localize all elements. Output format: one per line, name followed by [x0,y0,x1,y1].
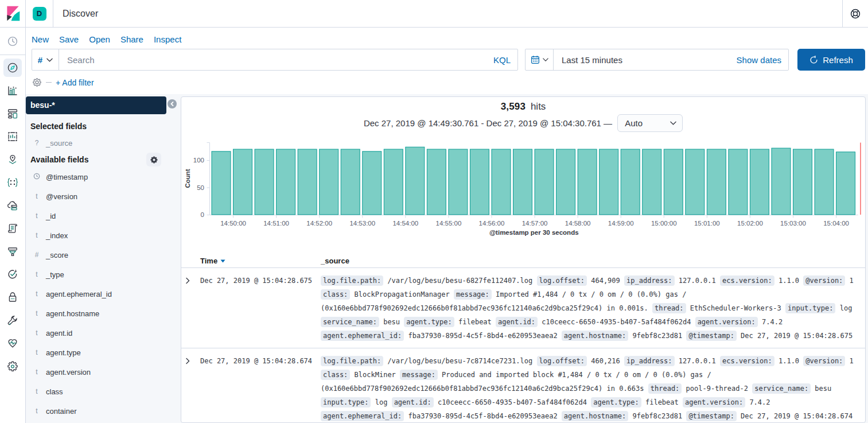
field-agent.id[interactable]: tagent.id [26,323,169,343]
filter-options-gear-icon[interactable] [33,78,41,87]
histogram-bar[interactable]: 14:57:30: 120 [556,149,575,215]
nav-siem[interactable] [3,288,22,306]
expand-row-button[interactable] [184,274,200,343]
histogram-bar[interactable]: 15:03:30: 120 [815,149,834,215]
histogram-bar[interactable]: 15:02:30: 122 [772,148,791,215]
collapse-sidebar-button[interactable] [168,99,177,108]
x-tick-label: 14:57:00 [522,220,548,227]
column-header-time[interactable]: Time [200,254,321,267]
nav-canvas[interactable] [3,127,22,146]
nav-metrics[interactable] [3,196,22,215]
histogram-bar[interactable]: 14:51:30: 120 [298,149,317,215]
field-agent.type[interactable]: tagent.type [26,343,169,362]
menu-link-share[interactable]: Share [120,34,143,45]
show-dates-button[interactable]: Show dates [730,49,788,70]
document-row: Dec 27, 2019 @ 15:04:28.674log.file.path… [181,348,865,423]
histogram-bar[interactable]: 14:55:00: 120 [449,149,468,215]
field-_index[interactable]: t_index [26,226,169,245]
histogram-bar[interactable]: 14:56:00: 120 [492,149,511,215]
index-pattern-selector[interactable]: besu-* [26,96,166,114]
breadcrumb[interactable]: D [26,0,53,27]
field-_id[interactable]: t_id [26,206,169,226]
histogram-bar[interactable]: 14:52:30: 120 [341,149,360,215]
nav-machine-learning[interactable] [3,173,22,192]
hits-label: hits [531,101,546,112]
histogram-bar[interactable]: 14:53:00: 116 [363,152,382,215]
histogram-bar[interactable]: 14:58:30: 120 [600,149,618,215]
histogram-bar[interactable]: 14:49:30: 116 [212,152,231,215]
histogram-chart[interactable]: 050100Count14:49:30: 11614:50:00: 12014:… [181,140,865,239]
field-key-badge: message: [400,370,438,380]
histogram-bar[interactable]: 14:59:00: 120 [621,149,640,215]
histogram-bar[interactable]: 14:50:30: 120 [255,149,274,215]
menu-link-new[interactable]: New [32,34,49,45]
field-settings-button[interactable] [146,153,161,166]
y-tick-label: 0 [201,211,204,218]
histogram-bar[interactable]: 14:50:00: 120 [233,149,252,215]
field-_score[interactable]: #_score [26,245,169,265]
field-container[interactable]: tcontainer [26,401,169,421]
histogram-bar[interactable]: 14:58:00: 120 [578,149,597,215]
histogram-bar[interactable]: 15:02:00: 120 [750,149,769,215]
histogram-bar[interactable]: 15:00:00: 120 [664,149,683,215]
nav-recently-viewed[interactable] [3,32,22,51]
histogram-bar[interactable]: 15:03:00: 120 [793,149,812,215]
field-key-badge: message: [454,289,492,300]
histogram-bar[interactable]: 14:54:00: 124 [406,147,425,215]
nav-rail-apps-group [0,55,25,380]
histogram-bar[interactable]: 15:01:30: 120 [729,149,748,215]
nav-dashboard[interactable] [3,104,22,123]
menu-link-inspect[interactable]: Inspect [154,34,181,45]
histogram-bar[interactable]: 14:53:30: 120 [384,149,403,215]
histogram-bar[interactable]: 14:57:00: 120 [535,149,554,215]
nav-visualize[interactable] [3,82,22,100]
query-language-button[interactable]: KQL [486,49,517,70]
hash-icon: # [38,55,42,65]
quick-select-time-button[interactable] [526,49,554,70]
histogram-bar[interactable]: 14:54:30: 120 [427,149,446,215]
discover-icon [7,62,18,73]
histogram-bar[interactable]: 15:01:00: 120 [707,149,726,215]
refresh-button[interactable]: Refresh [797,49,865,71]
x-axis-title: @timestamp per 30 seconds [489,229,579,236]
histogram-bar[interactable]: 14:52:00: 120 [320,149,338,215]
field-agent.ephemeral_id[interactable]: tagent.ephemeral_id [26,284,169,304]
histogram-bar[interactable]: 14:55:30: 120 [470,149,489,215]
interval-select[interactable]: Auto [617,114,683,132]
field-@version[interactable]: t@version [26,187,169,206]
time-range-value[interactable]: Last 15 minutes [554,49,730,70]
field-name: agent.hostname [46,309,99,318]
x-tick-label: 14:50:00 [220,220,246,227]
histogram-bar[interactable]: 14:56:30: 120 [513,149,532,215]
add-filter-button[interactable]: + Add filter [56,78,94,87]
kibana-logo[interactable] [0,0,26,27]
nav-management[interactable] [3,357,22,375]
nav-dev-tools[interactable] [3,311,22,329]
nav-stack-monitoring[interactable] [3,334,22,352]
field-agent.hostname[interactable]: tagent.hostname [26,304,169,323]
nav-discover[interactable] [3,59,22,77]
field-class[interactable]: tclass [26,382,169,401]
x-tick-label: 15:02:00 [737,220,763,227]
nav-apm[interactable] [3,242,22,261]
histogram-bar[interactable]: 15:00:30: 120 [686,149,704,215]
field-key-badge: ecs.version: [720,356,774,366]
search-input[interactable] [59,49,486,70]
nav-uptime[interactable] [3,265,22,284]
histogram-bar[interactable]: 14:59:30: 120 [643,149,661,215]
histogram-bar[interactable]: 14:51:00: 120 [277,149,295,215]
histogram-bar[interactable]: 15:04:00: 115 [836,152,855,215]
field-_type[interactable]: t_type [26,265,169,284]
expand-row-button[interactable] [184,354,200,423]
filter-set-menu-button[interactable]: # [32,49,59,70]
field-_source[interactable]: ?_source [26,133,169,153]
nav-logs[interactable] [3,219,22,238]
field-type-string-icon: t [33,368,41,376]
query-bar-row: # KQL [26,49,868,71]
field-@timestamp[interactable]: @timestamp [26,167,169,187]
field-agent.version[interactable]: tagent.version [26,362,169,382]
nav-maps[interactable] [3,150,22,169]
menu-link-save[interactable]: Save [59,34,79,45]
help-menu-button[interactable] [842,0,868,27]
menu-link-open[interactable]: Open [89,34,110,45]
